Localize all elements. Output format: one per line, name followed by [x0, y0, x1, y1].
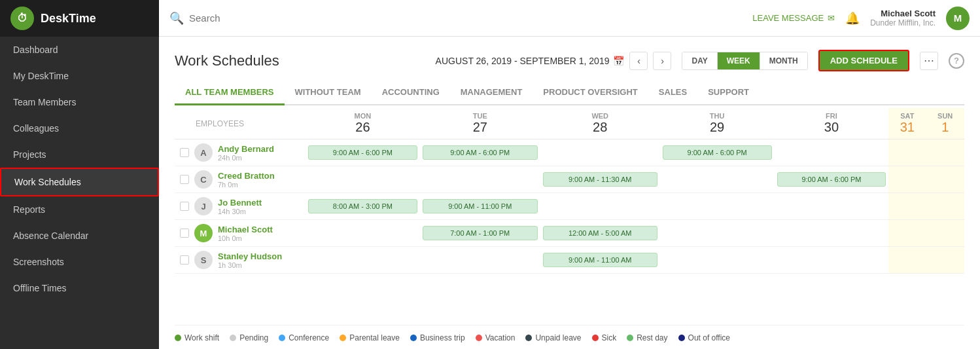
schedule-cell-wed[interactable]: 12:00 AM - 5:00 AM: [540, 220, 660, 247]
calendar-icon[interactable]: 📅: [613, 56, 624, 66]
add-schedule-button[interactable]: ADD SCHEDULE: [818, 50, 909, 71]
schedule-cell-sat[interactable]: [888, 139, 926, 166]
more-options-button[interactable]: ⋯: [920, 52, 938, 70]
legend-dot-conference: [279, 335, 285, 341]
schedule-cell-sat[interactable]: [888, 166, 926, 193]
schedule-cell-mon[interactable]: 9:00 AM - 6:00 PM: [306, 139, 420, 166]
schedule-cell-mon[interactable]: [306, 220, 420, 247]
table-row: S Stanley Hudson 1h 30m 9:00 AM - 11:00 …: [175, 247, 964, 274]
tab-product-oversight[interactable]: PRODUCT OVERSIGHT: [533, 82, 648, 105]
schedule-block[interactable]: 9:00 AM - 6:00 PM: [663, 145, 772, 160]
sidebar-item-offline-times[interactable]: Offline Times: [0, 275, 159, 301]
schedule-cell-sun[interactable]: [926, 166, 964, 193]
schedule-cell-fri[interactable]: [775, 193, 889, 220]
search-input[interactable]: [189, 12, 320, 24]
legend-item-parental-leave: Parental leave: [340, 333, 400, 342]
sidebar-item-label: Screenshots: [13, 257, 64, 267]
sidebar-item-team-members[interactable]: Team Members: [0, 89, 159, 115]
sidebar-item-absence-calendar[interactable]: Absence Calendar: [0, 223, 159, 249]
employee-name[interactable]: Jo Bennett: [218, 198, 262, 208]
employee-checkbox[interactable]: [180, 148, 189, 157]
schedule-cell-fri[interactable]: [775, 247, 889, 274]
schedule-cell-wed[interactable]: 9:00 AM - 11:00 AM: [540, 247, 660, 274]
schedule-cell-fri[interactable]: [775, 220, 889, 247]
employee-hours: 24h 0m: [218, 154, 274, 162]
sidebar-item-reports[interactable]: Reports: [0, 196, 159, 223]
schedule-cell-thu[interactable]: [660, 193, 775, 220]
employee-checkbox[interactable]: [180, 175, 189, 184]
week-view-button[interactable]: WEEK: [718, 52, 760, 69]
schedule-block[interactable]: 7:00 AM - 1:00 PM: [423, 226, 538, 240]
prev-week-button[interactable]: ‹: [629, 52, 648, 70]
notifications-icon[interactable]: 🔔: [845, 11, 860, 26]
schedule-block[interactable]: 9:00 AM - 11:00 AM: [543, 253, 657, 267]
legend-label-vacation: Vacation: [485, 333, 516, 342]
sidebar-item-dashboard[interactable]: Dashboard: [0, 37, 159, 63]
day-view-button[interactable]: DAY: [682, 52, 717, 69]
schedule-cell-tue[interactable]: 7:00 AM - 1:00 PM: [420, 220, 540, 247]
legend-dot-out-of-office: [678, 335, 685, 341]
schedule-cell-mon[interactable]: [306, 166, 420, 193]
employee-checkbox[interactable]: [180, 229, 189, 238]
schedule-cell-thu[interactable]: [660, 166, 775, 193]
tab-management[interactable]: MANAGEMENT: [450, 82, 533, 105]
schedule-cell-thu[interactable]: 9:00 AM - 6:00 PM: [660, 139, 775, 166]
schedule-cell-thu[interactable]: [660, 220, 775, 247]
legend-label-parental-leave: Parental leave: [349, 333, 400, 342]
legend-item-work-shift: Work shift: [175, 333, 219, 342]
schedule-cell-sun[interactable]: [926, 139, 964, 166]
schedule-cell-sun[interactable]: [926, 247, 964, 274]
schedule-cell-fri[interactable]: 9:00 AM - 6:00 PM: [775, 166, 889, 193]
schedule-cell-sun[interactable]: [926, 193, 964, 220]
employee-name[interactable]: Stanley Hudson: [218, 251, 282, 261]
month-view-button[interactable]: MONTH: [760, 52, 807, 69]
sidebar-item-screenshots[interactable]: Screenshots: [0, 249, 159, 275]
employee-name[interactable]: Andy Bernard: [218, 144, 274, 154]
schedule-cell-tue[interactable]: [420, 247, 540, 274]
schedule-cell-tue[interactable]: [420, 166, 540, 193]
sidebar-item-label: Projects: [13, 149, 46, 160]
schedule-cell-wed[interactable]: [540, 139, 660, 166]
date-navigation: AUGUST 26, 2019 - SEPTEMBER 1, 2019 📅 ‹ …: [436, 52, 672, 70]
schedule-block[interactable]: 9:00 AM - 6:00 PM: [423, 145, 538, 160]
schedule-cell-sat[interactable]: [888, 220, 926, 247]
tab-accounting[interactable]: ACCOUNTING: [372, 82, 450, 105]
legend-dot-vacation: [476, 335, 482, 341]
help-button[interactable]: ?: [949, 53, 964, 69]
employee-checkbox[interactable]: [180, 202, 189, 211]
schedule-cell-wed[interactable]: [540, 193, 660, 220]
schedule-block[interactable]: 9:00 AM - 11:00 PM: [423, 199, 538, 213]
schedule-cell-fri[interactable]: [775, 139, 889, 166]
employee-checkbox[interactable]: [180, 255, 189, 265]
tab-all-team-members[interactable]: ALL TEAM MEMBERS: [175, 82, 285, 105]
tab-sales[interactable]: SALES: [648, 82, 697, 105]
schedule-block[interactable]: 8:00 AM - 3:00 PM: [308, 199, 417, 213]
employee-cell: S Stanley Hudson 1h 30m: [175, 247, 306, 274]
table-row: C Creed Bratton 7h 0m 9:00 AM - 11:30 AM…: [175, 166, 964, 193]
sidebar-item-work-schedules[interactable]: Work Schedules: [0, 168, 159, 196]
schedule-cell-wed[interactable]: 9:00 AM - 11:30 AM: [540, 166, 660, 193]
schedule-cell-mon[interactable]: [306, 247, 420, 274]
tab-support[interactable]: SUPPORT: [697, 82, 760, 105]
schedule-cell-thu[interactable]: [660, 247, 775, 274]
schedule-cell-sat[interactable]: [888, 247, 926, 274]
sidebar-item-my-desktime[interactable]: My DeskTime: [0, 63, 159, 89]
employee-name[interactable]: Michael Scott: [218, 225, 273, 234]
schedule-cell-mon[interactable]: 8:00 AM - 3:00 PM: [306, 193, 420, 220]
schedule-cell-tue[interactable]: 9:00 AM - 11:00 PM: [420, 193, 540, 220]
schedule-block[interactable]: 9:00 AM - 6:00 PM: [777, 172, 886, 187]
sidebar-item-projects[interactable]: Projects: [0, 141, 159, 168]
schedule-cell-sun[interactable]: [926, 220, 964, 247]
schedule-cell-sat[interactable]: [888, 193, 926, 220]
schedule-block[interactable]: 12:00 AM - 5:00 AM: [543, 226, 657, 240]
sidebar-item-colleagues[interactable]: Colleagues: [0, 115, 159, 141]
avatar[interactable]: M: [946, 7, 970, 30]
schedule-block[interactable]: 9:00 AM - 11:30 AM: [543, 172, 657, 187]
leave-message-button[interactable]: LEAVE MESSAGE ✉: [752, 13, 835, 23]
employee-name[interactable]: Creed Bratton: [218, 171, 275, 181]
schedule-block[interactable]: 9:00 AM - 6:00 PM: [308, 145, 417, 160]
sun-header: SUN 1: [926, 108, 964, 139]
next-week-button[interactable]: ›: [653, 52, 671, 70]
schedule-cell-tue[interactable]: 9:00 AM - 6:00 PM: [420, 139, 540, 166]
tab-without-team[interactable]: WITHOUT TEAM: [285, 82, 372, 105]
